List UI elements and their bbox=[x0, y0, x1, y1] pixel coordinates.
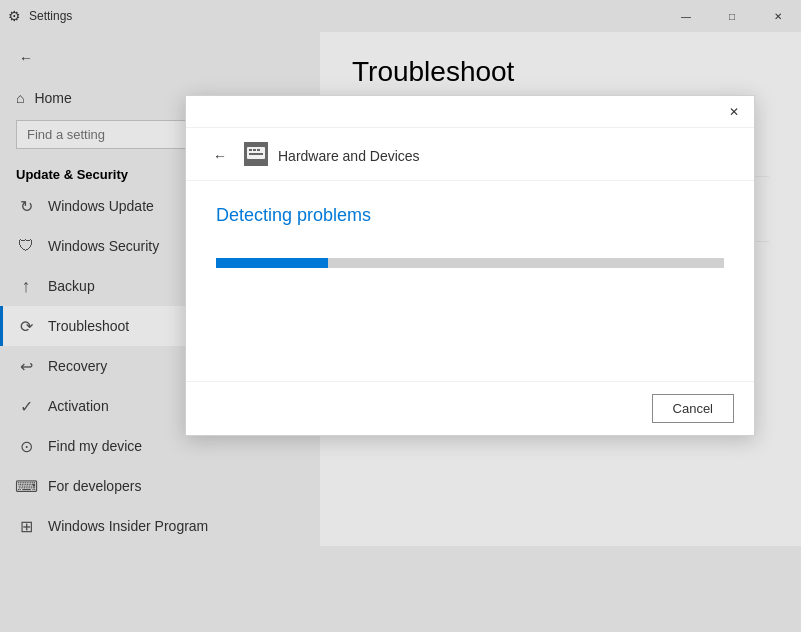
svg-rect-18 bbox=[249, 149, 252, 151]
dialog-header-icon bbox=[244, 142, 268, 170]
progress-bar-fill bbox=[216, 258, 328, 268]
svg-rect-21 bbox=[249, 153, 263, 155]
troubleshoot-dialog: ✕ ← Hardware and Devices Detecting probl… bbox=[185, 95, 755, 436]
dialog-header: ← Hardware and Devices bbox=[186, 128, 754, 181]
dialog-back-button[interactable]: ← bbox=[206, 142, 234, 170]
cancel-button[interactable]: Cancel bbox=[652, 394, 734, 423]
dialog-overlay: ✕ ← Hardware and Devices Detecting probl… bbox=[0, 0, 801, 632]
progress-bar-container bbox=[216, 258, 724, 268]
dialog-title-bar: ✕ bbox=[186, 96, 754, 128]
dialog-body: Detecting problems bbox=[186, 181, 754, 381]
dialog-header-title: Hardware and Devices bbox=[278, 148, 420, 164]
svg-rect-20 bbox=[257, 149, 260, 151]
svg-rect-19 bbox=[253, 149, 256, 151]
dialog-footer: Cancel bbox=[186, 381, 754, 435]
detecting-title: Detecting problems bbox=[216, 205, 724, 226]
dialog-close-button[interactable]: ✕ bbox=[718, 98, 750, 126]
